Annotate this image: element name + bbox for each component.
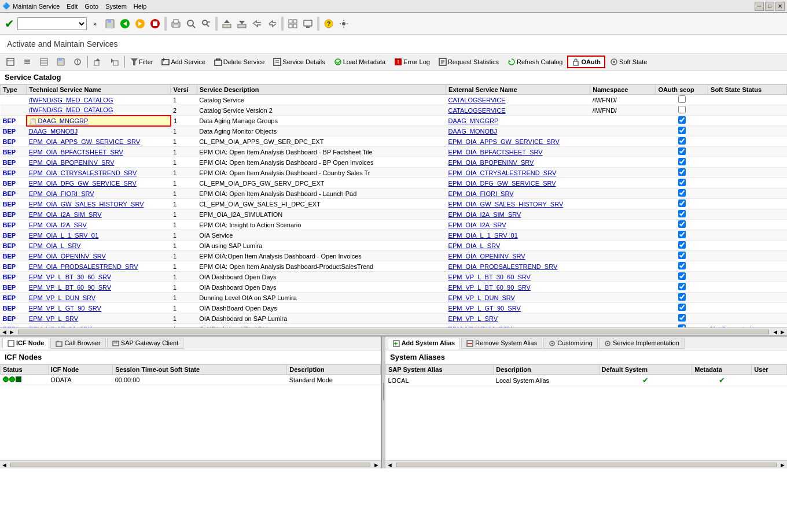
- scroll-right-arrow[interactable]: ►: [372, 461, 381, 468]
- cell-oauth[interactable]: [656, 199, 708, 209]
- table-row[interactable]: /IWFND/SG_MED_CATALOG1Catalog ServiceCAT…: [1, 95, 787, 105]
- table-row[interactable]: BEPDAAG_MONOBJ1Data Aging Monitor Object…: [1, 126, 787, 136]
- monitor-icon[interactable]: [301, 16, 315, 32]
- service-catalog-table-container[interactable]: Type Technical Service Name Versi Servic…: [0, 84, 787, 327]
- table-row[interactable]: BEPEPM_OIA_BPOPENINV_SRV1EPM OIA: Open I…: [1, 157, 787, 168]
- menu-help[interactable]: Help: [134, 3, 147, 10]
- cell-esn[interactable]: EPM_OIA_OPENINV_SRV: [446, 251, 590, 261]
- cell-esn[interactable]: CATALOGSERVICE: [446, 95, 590, 105]
- table-row[interactable]: BEPEPM_VP_L_DUN_SRV1Dunning Level OIA on…: [1, 293, 787, 303]
- cell-esn[interactable]: EPM_OIA_CTRYSALESTREND_SRV: [446, 168, 590, 178]
- cell-esn[interactable]: EPM_OIA_FIORI_SRV: [446, 189, 590, 199]
- service-details-button[interactable]: Service Details: [269, 56, 329, 68]
- cell-tsn[interactable]: EPM_OIA_GW_SALES_HISTORY_SRV: [27, 199, 171, 209]
- table-row[interactable]: BEPEPM_OIA_PRODSALESTREND_SRV1EPM OIA: O…: [1, 261, 787, 272]
- cell-tsn[interactable]: EPM_OIA_L_SRV: [27, 241, 171, 251]
- cell-esn[interactable]: EPM_OIA_BPOPENINV_SRV: [446, 157, 590, 168]
- cell-esn[interactable]: EPM_OIA_I2A_SIM_SRV: [446, 209, 590, 220]
- col-ns-header[interactable]: Namespace: [590, 85, 656, 95]
- cell-esn[interactable]: EPM_VP_L_DUN_SRV: [446, 293, 590, 303]
- cell-tsn[interactable]: 📋 DAAG_MNGGRP: [27, 116, 171, 126]
- cell-esn[interactable]: EPM_OIA_GW_SALES_HISTORY_SRV: [446, 199, 590, 209]
- cell-oauth[interactable]: [656, 313, 708, 324]
- cell-oauth[interactable]: [656, 272, 708, 282]
- list2-icon-btn[interactable]: [36, 56, 52, 68]
- cell-tsn[interactable]: DAAG_MONOBJ: [27, 126, 171, 136]
- table-row[interactable]: BEPEPM_OIA_OPENINV_SRV1EPM OIA:Open Item…: [1, 251, 787, 261]
- delete-service-button[interactable]: Delete Service: [210, 56, 269, 68]
- cell-oauth[interactable]: [656, 95, 708, 105]
- reload-icon-btn[interactable]: [2, 56, 19, 68]
- cell-tsn[interactable]: EPM_VP_L_BT_60_90_SRV: [27, 282, 171, 293]
- icon5-btn[interactable]: [69, 56, 86, 68]
- cell-tsn[interactable]: EPM_OIA_BPFACTSHEET_SRV: [27, 147, 171, 157]
- cell-oauth[interactable]: [656, 178, 708, 189]
- cell-esn[interactable]: EPM_VP_L_BT_30_60_SRV: [446, 272, 590, 282]
- scroll-right2-icon[interactable]: ◄: [772, 328, 778, 335]
- table-row[interactable]: BEPEPM_OIA_I2A_SIM_SRV1EPM_OIA_I2A_SIMUL…: [1, 209, 787, 220]
- back-button[interactable]: [118, 16, 132, 32]
- oauth-button[interactable]: OAuth: [567, 56, 605, 68]
- cell-oauth[interactable]: [656, 261, 708, 272]
- col-sd-header[interactable]: Service Description: [197, 85, 446, 95]
- export-icon-btn[interactable]: [106, 56, 123, 68]
- cell-tsn[interactable]: EPM_VP_L_GT_90_SRV: [27, 303, 171, 313]
- scroll-left-arrow2[interactable]: ◄: [385, 461, 394, 468]
- scroll-right-icon[interactable]: ►: [9, 328, 15, 335]
- cell-tsn[interactable]: EPM_OIA_L_1_SRV_01: [27, 230, 171, 241]
- table-row[interactable]: BEPEPM_OIA_DFG_GW_SERVICE_SRV1CL_EPM_OIA…: [1, 178, 787, 189]
- table-row[interactable]: BEPEPM_OIA_BPFACTSHEET_SRV1EPM OIA: Open…: [1, 147, 787, 157]
- cell-oauth[interactable]: [656, 303, 708, 313]
- refresh-catalog-button[interactable]: Refresh Catalog: [503, 56, 567, 68]
- cell-esn[interactable]: EPM_VP_L_SRV: [446, 313, 590, 324]
- tab-service-implementation[interactable]: Service Implementation: [599, 338, 685, 349]
- add-service-button[interactable]: Add Service: [157, 56, 209, 68]
- cell-tsn[interactable]: EPM_OIA_I2A_SIM_SRV: [27, 209, 171, 220]
- table-row[interactable]: BEPEPM_VP_L_GT_90_SRV1OIA DashBoard Open…: [1, 303, 787, 313]
- horizontal-scrollbar[interactable]: ◄ ► ◄ ►: [0, 327, 787, 335]
- tab-remove-system-alias[interactable]: Remove System Alias: [461, 338, 542, 349]
- col-esn-header[interactable]: External Service Name: [446, 85, 590, 95]
- soft-state-button[interactable]: Soft State: [606, 56, 651, 68]
- cell-oauth[interactable]: [656, 209, 708, 220]
- scroll-left-arrow[interactable]: ◄: [0, 461, 9, 468]
- table-row[interactable]: BEPEPM_OIA_L_1_SRV_011OIA ServiceEPM_OIA…: [1, 230, 787, 241]
- cell-tsn[interactable]: EPM_VP_L_DUN_SRV: [27, 293, 171, 303]
- cell-esn[interactable]: CATALOGSERVICE: [446, 105, 590, 116]
- cell-esn[interactable]: EPM_VP_L_GT_90_SRV: [446, 303, 590, 313]
- cell-esn[interactable]: EPM_OIA_PRODSALESTREND_SRV: [446, 261, 590, 272]
- cell-oauth[interactable]: [656, 282, 708, 293]
- error-log-button[interactable]: ! Error Log: [390, 56, 434, 68]
- cell-oauth[interactable]: [656, 251, 708, 261]
- save2-icon-btn[interactable]: [53, 56, 69, 68]
- col-ver-header[interactable]: Versi: [171, 85, 197, 95]
- cell-tsn[interactable]: /IWFND/SG_MED_CATALOG: [27, 95, 171, 105]
- cell-oauth[interactable]: [656, 230, 708, 241]
- cell-oauth[interactable]: [656, 136, 708, 147]
- table-row[interactable]: BEPEPM_OIA_L_SRV1OIA using SAP LumiraEPM…: [1, 241, 787, 251]
- cell-esn[interactable]: EPM_OIA_I2A_SRV: [446, 220, 590, 230]
- table-row[interactable]: BEPEPM_OIA_I2A_SRV1EPM OIA: Insight to A…: [1, 220, 787, 230]
- navigation-dropdown[interactable]: [17, 17, 87, 30]
- cell-tsn[interactable]: EPM_OIA_CTRYSALESTREND_SRV: [27, 168, 171, 178]
- scroll-right-arrow2[interactable]: ►: [778, 461, 787, 468]
- cell-esn[interactable]: EPM_OIA_L_SRV: [446, 241, 590, 251]
- cell-esn[interactable]: EPM_OIA_BPFACTSHEET_SRV: [446, 147, 590, 157]
- cell-esn[interactable]: EPM_VP_L_BT_60_90_SRV: [446, 282, 590, 293]
- tab-sap-gateway-client[interactable]: SAP Gateway Client: [107, 338, 184, 349]
- col-sss-header[interactable]: Soft State Status: [708, 85, 787, 95]
- download-button[interactable]: [235, 16, 249, 32]
- import-icon-btn[interactable]: [90, 56, 106, 68]
- cell-tsn[interactable]: /IWFND/SG_MED_CATALOG: [27, 105, 171, 116]
- cell-oauth[interactable]: [656, 168, 708, 178]
- filter-button[interactable]: Filter: [127, 56, 157, 68]
- cell-oauth[interactable]: [656, 126, 708, 136]
- cell-oauth[interactable]: [656, 105, 708, 116]
- find-button[interactable]: [184, 16, 198, 32]
- cell-esn[interactable]: DAAG_MNGGRP: [446, 116, 590, 126]
- tab-customizing[interactable]: Customizing: [543, 338, 598, 349]
- menu-edit[interactable]: Edit: [67, 3, 78, 10]
- cell-esn[interactable]: DAAG_MONOBJ: [446, 126, 590, 136]
- stop-button[interactable]: [148, 16, 162, 32]
- settings-button[interactable]: [337, 16, 351, 32]
